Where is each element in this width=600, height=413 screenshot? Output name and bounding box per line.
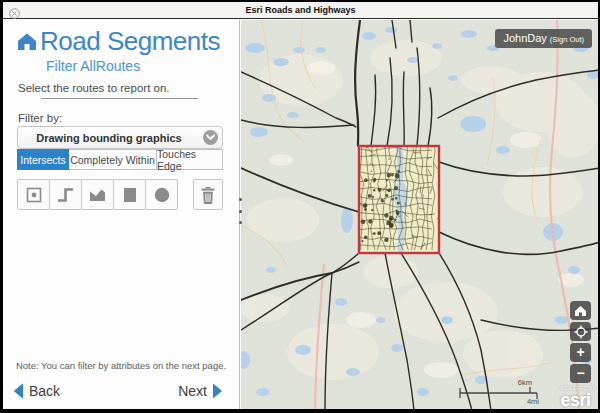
trash-icon [199,185,217,205]
point-icon [25,186,43,204]
map-canvas[interactable]: 6km 4mi JohnDay (Sign Out) + − [241,20,598,409]
user-sign-out-button[interactable]: JohnDay (Sign Out) [495,29,592,48]
chevron-down-icon[interactable] [203,130,218,145]
draw-tools-group [17,179,178,210]
wizard-nav: Back Next [3,377,233,405]
zoom-in-button[interactable]: + [570,343,591,362]
window-title: Esri Roads and Highways [3,5,598,15]
filter-by-label: Filter by: [18,112,62,124]
user-name: JohnDay [503,29,546,48]
esri-brand: esri [560,391,596,409]
plus-icon: + [576,345,584,359]
rectangle-icon [121,186,139,204]
circle-icon [153,186,171,204]
filter-method-dropdown[interactable]: Drawing bounding graphics [17,126,223,149]
scale-mi-label: 4mi [527,397,539,406]
page-subtitle: Filter AllRoutes [46,58,140,74]
note-text: Note: You can filter by attributes on th… [11,360,231,371]
next-label: Next [178,383,207,399]
road-segments-panel: Road Segments Filter AllRoutes Select th… [3,20,240,409]
minus-icon: − [576,366,584,380]
map-controls: + − [570,301,591,383]
page-description: Select the routes to report on. [18,82,170,94]
scale-km-label: 6km [518,378,532,387]
polyline-icon [56,185,75,204]
dropdown-selected-value: Drawing bounding graphics [18,132,200,144]
draw-rectangle-button[interactable] [113,179,146,210]
back-label: Back [29,383,60,399]
chevron-right-icon [212,383,223,399]
page-title: Road Segments [40,26,220,57]
title-bar: Esri Roads and Highways [3,2,598,19]
draw-circle-button[interactable] [145,179,178,210]
chevron-left-icon [13,383,24,399]
home-icon [16,32,38,56]
spatial-relation-tabs: Intersects Completely Within Touches Edg… [17,149,223,170]
basemap: 6km 4mi [241,20,598,409]
divider [41,98,198,99]
tab-intersects[interactable]: Intersects [17,149,69,170]
tab-completely-within[interactable]: Completely Within [69,149,157,170]
draw-polygon-button[interactable] [81,179,114,210]
sign-out-label: (Sign Out) [550,35,584,44]
powered-by-label: POWERED BY [560,387,596,392]
home-icon [574,305,587,317]
draw-polyline-button[interactable] [49,179,82,210]
draw-point-button[interactable] [17,179,50,210]
locate-icon [574,325,588,339]
polygon-icon [88,186,107,204]
back-button[interactable]: Back [13,383,60,399]
scale-bar [460,387,537,399]
delete-graphics-button[interactable] [193,179,223,210]
locate-button[interactable] [570,322,591,341]
home-extent-button[interactable] [570,301,591,320]
esri-logo: POWERED BY esri [560,387,596,410]
tab-touches-edge[interactable]: Touches Edge [157,149,223,170]
app-window: Esri Roads and Highways Road Segments Fi… [0,0,600,413]
panel-resize-handle[interactable] [236,198,244,224]
zoom-out-button[interactable]: − [570,364,591,383]
next-button[interactable]: Next [178,383,223,399]
